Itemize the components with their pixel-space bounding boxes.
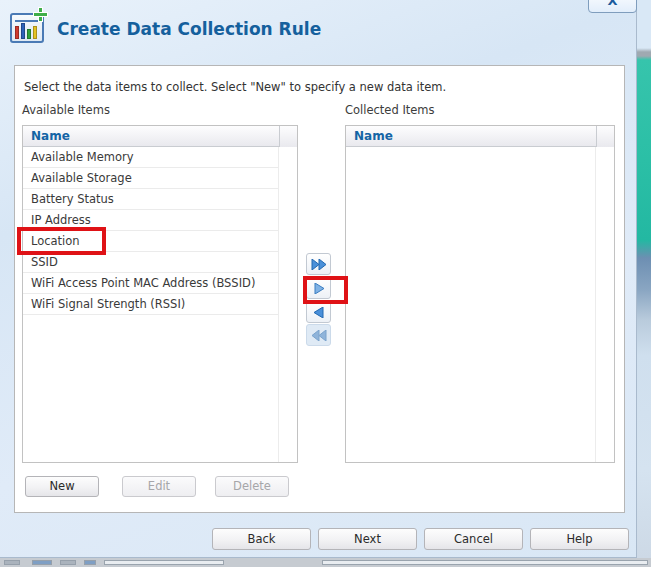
list-item-location[interactable]: Location	[23, 231, 278, 252]
column-header-label: Name	[346, 126, 614, 146]
move-left-button[interactable]	[306, 301, 331, 323]
new-button[interactable]: New	[25, 476, 99, 497]
available-name-column-header[interactable]: Name	[23, 126, 297, 147]
list-item-wifi-bssid[interactable]: WiFi Access Point MAC Address (BSSID)	[23, 273, 278, 294]
double-right-arrow-icon	[311, 259, 327, 270]
back-button[interactable]: Back	[212, 528, 311, 550]
list-item-ssid[interactable]: SSID	[23, 252, 278, 273]
move-all-left-button[interactable]	[306, 324, 331, 346]
close-button[interactable]: X	[588, 0, 637, 13]
available-items-label: Available Items	[22, 103, 110, 117]
desktop-background-right	[637, 0, 651, 567]
dialog-title: Create Data Collection Rule	[57, 19, 321, 39]
toolbar-field	[322, 560, 648, 565]
list-item-wifi-rssi[interactable]: WiFi Signal Strength (RSSI)	[23, 294, 278, 315]
header-spacer-column	[279, 126, 297, 147]
available-items-table: Name Available Memory Available Storage …	[22, 125, 298, 463]
move-all-right-button[interactable]	[306, 253, 331, 275]
toolbar-icon	[60, 560, 76, 565]
list-item-available-memory[interactable]: Available Memory	[23, 147, 278, 168]
right-arrow-icon	[311, 283, 327, 294]
double-left-arrow-icon	[311, 330, 327, 341]
left-arrow-icon	[311, 307, 327, 318]
data-collection-chart-icon	[10, 9, 48, 44]
available-items-rows: Available Memory Available Storage Batte…	[23, 147, 279, 462]
cancel-button[interactable]: Cancel	[424, 528, 523, 550]
close-icon: X	[607, 0, 617, 8]
toolbar-field	[104, 560, 224, 565]
move-right-button[interactable]	[306, 277, 331, 299]
header-spacer-column	[596, 126, 614, 147]
collected-items-label: Collected Items	[345, 103, 435, 117]
next-button[interactable]: Next	[318, 528, 417, 550]
create-data-collection-rule-dialog: X Create Data Collection Rule Select the…	[0, 0, 637, 558]
collected-name-column-header[interactable]: Name	[346, 126, 614, 147]
collected-items-rows	[346, 147, 596, 462]
underlying-app-toolbar	[0, 558, 651, 567]
list-item-battery-status[interactable]: Battery Status	[23, 189, 278, 210]
edit-button[interactable]: Edit	[122, 476, 196, 497]
delete-button[interactable]: Delete	[215, 476, 289, 497]
column-header-label: Name	[23, 126, 297, 146]
list-item-ip-address[interactable]: IP Address	[23, 210, 278, 231]
plus-icon	[33, 7, 48, 22]
instruction-text: Select the data items to collect. Select…	[24, 80, 446, 94]
toolbar-icon	[84, 560, 96, 565]
screen: X Create Data Collection Rule Select the…	[0, 0, 651, 567]
toolbar-icon	[4, 560, 20, 565]
list-item-available-storage[interactable]: Available Storage	[23, 168, 278, 189]
collected-items-table: Name	[345, 125, 615, 463]
toolbar-icon	[32, 560, 52, 565]
help-button[interactable]: Help	[530, 528, 629, 550]
